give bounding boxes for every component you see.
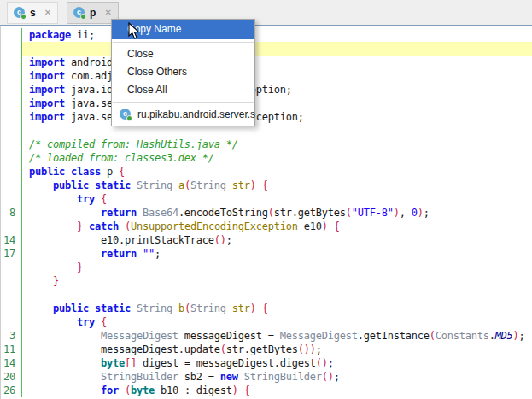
code-line-text: MessageDigest messageDigest = MessageDig… xyxy=(22,329,532,343)
gutter-line-number: 20 xyxy=(1,370,22,384)
gutter-line-number: 14 xyxy=(1,233,22,247)
gutter-line-number xyxy=(1,124,22,138)
code-line-text: package ii; xyxy=(22,28,532,42)
tab-label: s xyxy=(30,7,36,19)
class-icon: c xyxy=(73,7,85,18)
tab-bar: c s ✕ c p ✕ xyxy=(0,0,532,25)
mouse-cursor xyxy=(128,22,140,40)
menu-item-label: ru.pikabu.android.server.s xyxy=(137,109,255,120)
class-icon: c xyxy=(120,109,131,120)
code-line-text: } catch (UnsupportedEncodingException e1… xyxy=(22,220,532,233)
code-line[interactable]: /* loaded from: classes3.dex */ xyxy=(1,151,532,165)
gutter-line-number xyxy=(1,274,22,288)
gutter-line-number xyxy=(1,261,22,274)
tab-s[interactable]: c s ✕ xyxy=(7,2,58,24)
code-line[interactable]: } xyxy=(1,261,532,274)
close-icon[interactable]: ✕ xyxy=(44,8,51,17)
code-line-text: import java.io.UnsupportedEncodingExcept… xyxy=(22,83,532,97)
code-line-text xyxy=(22,288,532,302)
code-line[interactable]: import java.security.MessageDigest; xyxy=(1,97,532,110)
code-line[interactable]: 14 byte[] digest = messageDigest.digest(… xyxy=(1,356,532,370)
code-line-text: /* loaded from: classes3.dex */ xyxy=(22,151,532,165)
gutter-line-number: 8 xyxy=(1,206,22,220)
code-line[interactable]: public class p { xyxy=(1,165,532,179)
menu-separator xyxy=(113,42,254,43)
gutter-line-number xyxy=(1,179,22,192)
code-line[interactable]: import java.io.UnsupportedEncodingExcept… xyxy=(1,83,532,97)
gutter-line-number: 14 xyxy=(1,356,22,370)
tab-label: p xyxy=(90,7,96,19)
code-line-text: } xyxy=(22,261,532,274)
menu-item-ru-pikabu-android-server-s[interactable]: cru.pikabu.android.server.s xyxy=(112,105,254,124)
menu-item-close-all[interactable]: Close All xyxy=(112,81,254,99)
gutter-line-number xyxy=(1,302,22,315)
code-line[interactable] xyxy=(1,124,532,138)
gutter-line-number xyxy=(1,288,22,302)
code-line[interactable]: public static String b(String str) { xyxy=(1,302,532,315)
code-line[interactable]: try { xyxy=(1,315,532,329)
code-line[interactable]: import java.security.NoSuchAlgorithmExce… xyxy=(1,110,532,124)
code-line-text: import java.security.NoSuchAlgorithmExce… xyxy=(22,110,532,124)
code-line-text: import java.security.MessageDigest; xyxy=(22,97,532,110)
gutter-line-number xyxy=(1,56,22,69)
gutter-line-number: 11 xyxy=(1,343,22,356)
code-line-text: return Base64.encodeToString(str.getByte… xyxy=(22,206,532,220)
code-line[interactable]: /* compiled from: HashUtils.java */ xyxy=(1,138,532,151)
code-line[interactable]: public static String a(String str) { xyxy=(1,179,532,192)
code-line[interactable]: 14 e10.printStackTrace(); xyxy=(1,233,532,247)
code-line[interactable]: try { xyxy=(1,192,532,206)
code-line-text xyxy=(22,42,532,56)
menu-separator xyxy=(113,102,254,103)
code-line-text: public static String a(String str) { xyxy=(22,179,532,192)
code-line[interactable]: } catch (UnsupportedEncodingException e1… xyxy=(1,220,532,233)
gutter-line-number xyxy=(1,138,22,151)
code-line[interactable]: import android.util.Base64; xyxy=(1,56,532,69)
code-line[interactable]: } xyxy=(1,274,532,288)
code-line[interactable] xyxy=(1,288,532,302)
code-line-text xyxy=(22,124,532,138)
code-line-text: import android.util.Base64; xyxy=(22,56,532,69)
code-line[interactable]: 11 messageDigest.update(str.getBytes()); xyxy=(1,343,532,356)
gutter-line-number xyxy=(1,110,22,124)
code-line-text: try { xyxy=(22,192,532,206)
gutter-line-number xyxy=(1,151,22,165)
code-line[interactable]: package ii; xyxy=(1,28,532,42)
code-line-text: public static String b(String str) { xyxy=(22,302,532,315)
class-icon: c xyxy=(14,7,25,18)
modified-dot-icon xyxy=(80,14,86,20)
gutter-line-number: 3 xyxy=(1,329,22,343)
code-line[interactable]: 26 for (byte b10 : digest) { xyxy=(1,384,532,397)
code-line-text: StringBuilder sb2 = new StringBuilder(); xyxy=(22,370,532,384)
close-icon[interactable]: ✕ xyxy=(104,8,111,17)
gutter-line-number xyxy=(1,42,22,56)
code-line-text: return ""; xyxy=(22,247,532,261)
code-line-text: byte[] digest = messageDigest.digest(); xyxy=(22,356,532,370)
menu-item-close[interactable]: Close xyxy=(112,45,254,63)
code-line-text: messageDigest.update(str.getBytes()); xyxy=(22,343,532,356)
code-line-text: /* compiled from: HashUtils.java */ xyxy=(22,138,532,151)
menu-item-close-others[interactable]: Close Others xyxy=(112,63,254,81)
code-line-text: e10.printStackTrace(); xyxy=(22,233,532,247)
code-line[interactable]: 20 StringBuilder sb2 = new StringBuilder… xyxy=(1,370,532,384)
code-editor[interactable]: package ii;import android.util.Base64;im… xyxy=(0,25,532,399)
gutter-line-number xyxy=(1,165,22,179)
code-line[interactable]: 3 MessageDigest messageDigest = MessageD… xyxy=(1,329,532,343)
code-line-text: import com.adjust.sdk.Constants; xyxy=(22,69,532,83)
menu-item-label: Close Others xyxy=(127,66,187,78)
gutter-line-number xyxy=(1,97,22,110)
gutter-line-number xyxy=(1,83,22,97)
code-line-text: public class p { xyxy=(22,165,532,179)
gutter-line-number xyxy=(1,69,22,83)
code-line-text: } xyxy=(22,274,532,288)
code-line[interactable] xyxy=(1,42,532,56)
code-line[interactable]: 8 return Base64.encodeToString(str.getBy… xyxy=(1,206,532,220)
gutter-line-number: 17 xyxy=(1,247,22,261)
code-line[interactable]: import com.adjust.sdk.Constants; xyxy=(1,69,532,83)
gutter-line-number xyxy=(1,192,22,206)
gutter-line-number xyxy=(1,315,22,329)
menu-item-label: Close All xyxy=(127,84,167,96)
gutter-line-number xyxy=(1,220,22,233)
gutter-line-number xyxy=(1,28,22,42)
code-line-text: for (byte b10 : digest) { xyxy=(22,384,532,397)
code-line[interactable]: 17 return ""; xyxy=(1,247,532,261)
